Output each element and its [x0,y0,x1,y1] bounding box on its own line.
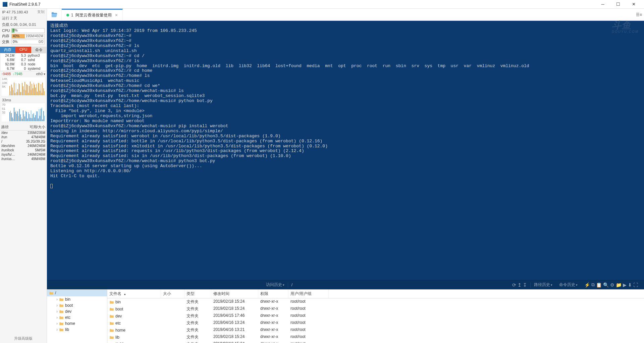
maximize-button[interactable]: ☐ [610,0,626,9]
process-row[interactable]: 24.1M5.3python3 [0,53,46,58]
app-title: FinalShell 2.9.6.7 [9,2,595,7]
file-row[interactable]: dev 文件夹 2019/04/15 17:46 drwxr-xr-x root… [107,312,644,320]
process-row[interactable]: 6.8M0.7sshd [0,58,46,62]
tree-item[interactable]: ›lib [47,327,107,333]
upgrade-link[interactable]: 升级高级版 [0,334,47,343]
load-text: 负载 0.08, 0.04, 0.01 [0,21,47,28]
file-row[interactable]: bin 文件夹 2019/02/18 15:24 drwxr-xr-x root… [107,298,644,305]
disk-row[interactable]: /run/us…49M/49M [0,157,47,161]
terminal-toolbar: 访问历史▾ / ⟳ ↥ ↧ 路径历史▾ 命令历史▾ ⚡ ⧉ 📋 🔍 ⚙ [47,280,644,289]
play-icon[interactable]: ▶ [623,282,627,288]
latency-chart: 705132 [1,103,46,122]
save-icon[interactable]: ⬇ [628,282,632,288]
cpu-meter: CPU 8% [1,28,45,33]
directory-tree[interactable]: / ›bin›boot›dev›etc›home›lib [47,290,107,343]
refresh-icon[interactable]: ⟳ [512,282,516,288]
interface-dropdown[interactable]: eth0 ▾ [36,72,45,76]
file-row[interactable]: lib32 文件夹 2019/02/18 15:24 drwxr-xr-x ro… [107,341,644,343]
search-icon[interactable]: 🔍 [603,282,609,288]
tree-item[interactable]: ›etc [47,314,107,321]
tab-cpu[interactable]: CPU [15,47,31,53]
open-sessions-button[interactable] [47,9,62,20]
close-button[interactable]: ✕ [626,0,641,9]
disk-table: 路径可用/大小 /dev235M/235M/run47M/49M/35.2G/3… [0,124,47,161]
terminal-output[interactable]: 连接成功 Last login: Wed Apr 17 19:14:37 201… [47,21,644,280]
folder-icon [49,291,54,295]
disk-row[interactable]: /run/lock5M/5M [0,148,47,152]
current-path: / [291,283,292,287]
tab-command[interactable]: 命令 [31,47,47,53]
server-ip: IP 47.75.180.43 复制 [0,9,47,15]
memory-meter: 内存 40%195M/492M [1,33,45,39]
tab-memory[interactable]: 内存 [0,47,15,53]
thunder-icon[interactable]: ⚡ [584,282,590,288]
close-tab-button[interactable]: × [115,12,118,18]
disk-row[interactable]: /35.2G/39.2G [0,139,47,144]
minimize-button[interactable]: ─ [595,0,610,9]
upload-icon[interactable]: ↥ [518,282,522,288]
tree-root[interactable]: / [47,290,107,296]
gear-icon[interactable]: ⚙ [610,282,614,288]
network-stats: ↑948B ↓794B eth0 ▾ [0,71,47,77]
file-row[interactable]: lib 文件夹 2019/02/18 15:24 drwxr-xr-x root… [107,334,644,341]
window-titlebar: FinalShell 2.9.6.7 ─ ☐ ✕ [0,0,644,9]
process-row[interactable]: 92.8M0.3node [0,62,46,66]
network-chart: 14K10K5K [1,77,46,96]
visit-history-dropdown[interactable]: 访问历史▾ [266,282,284,288]
folder-open-icon [51,11,58,18]
paste-icon[interactable]: 📋 [596,282,602,288]
file-row[interactable]: etc 文件夹 2019/04/16 13:24 drwxr-xr-x root… [107,320,644,327]
file-row[interactable]: boot 文件夹 2019/02/18 15:24 drwxr-xr-x roo… [107,305,644,312]
tree-item[interactable]: ›boot [47,302,107,308]
tree-item[interactable]: ›home [47,321,107,327]
uptime-text: 运行 2 天 [0,15,47,21]
command-history-dropdown[interactable]: 命令历史▾ [559,282,578,288]
fullscreen-icon[interactable]: ⛶ [633,282,638,288]
app-icon [3,2,7,7]
latency-text: 33ms [0,97,47,103]
file-table-header: 文件名 ▴ 大小 类型 修改时间 权限 用户/用户组 [107,290,644,298]
disk-row[interactable]: /sys/fs/…246M/246M [0,152,47,157]
tree-item[interactable]: ›dev [47,308,107,314]
path-history-dropdown[interactable]: 路径历史▾ [534,282,552,288]
disk-row[interactable]: /run47M/49M [0,135,47,139]
file-panel: / ›bin›boot›dev›etc›home›lib 文件名 ▴ 大小 类型… [47,289,644,343]
copy-icon[interactable]: ⧉ [591,282,595,288]
status-dot-icon [66,14,69,16]
download-icon[interactable]: ↧ [523,282,527,288]
process-table: 24.1M5.3python36.8M0.7sshd92.8M0.3node6.… [0,53,47,71]
swap-meter: 交换 0%0/0 [1,39,45,45]
disk-row[interactable]: /dev/shm246M/246M [0,144,47,148]
disk-row[interactable]: /dev235M/235M [0,131,47,135]
session-tab[interactable]: 1 阿里云香港按量使用 × [62,9,123,20]
copy-ip-button[interactable]: 复制 [37,9,45,14]
process-row[interactable]: 6.7M0systemd [0,66,46,71]
tab-bar: 1 阿里云香港按量使用 × ☰≡ [47,9,644,21]
monitor-panel: IP 47.75.180.43 复制 运行 2 天 负载 0.08, 0.04,… [0,9,47,343]
file-table: 文件名 ▴ 大小 类型 修改时间 权限 用户/用户组 bin 文件夹 2019/… [107,290,644,343]
tree-item[interactable]: ›bin [47,296,107,302]
file-row[interactable]: home 文件夹 2019/04/16 13:21 drwxr-xr-x roo… [107,327,644,334]
layout-toggle-button[interactable]: ☰≡ [634,9,644,20]
folder-icon[interactable]: 📁 [616,282,622,288]
